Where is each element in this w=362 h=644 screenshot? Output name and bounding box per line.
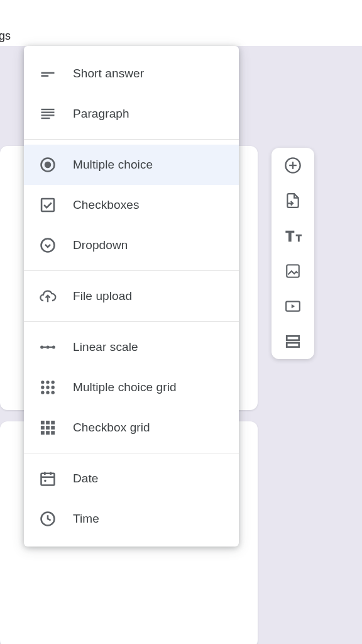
date-icon	[39, 470, 57, 487]
svg-point-47	[44, 480, 47, 482]
plus-circle-icon	[284, 157, 302, 174]
menu-label: Checkbox grid	[73, 421, 150, 435]
svg-rect-38	[46, 426, 50, 430]
menu-label: Linear scale	[73, 340, 138, 354]
add-video-button[interactable]	[284, 297, 302, 315]
menu-divider	[24, 270, 239, 271]
svg-rect-10	[41, 75, 49, 77]
dropdown-icon	[39, 236, 57, 254]
svg-rect-11	[41, 109, 55, 110]
menu-divider	[24, 321, 239, 322]
text-tt-icon	[284, 227, 302, 245]
svg-rect-13	[41, 114, 55, 116]
menu-group-upload: File upload	[24, 276, 239, 316]
svg-point-27	[51, 380, 54, 384]
radio-icon	[39, 156, 57, 174]
menu-label: Date	[73, 472, 99, 486]
menu-label: Checkboxes	[73, 198, 140, 212]
add-section-button[interactable]	[284, 333, 302, 350]
svg-rect-12	[41, 112, 55, 113]
linear-scale-icon	[39, 338, 57, 356]
short-answer-icon	[39, 65, 57, 82]
header-bar: gs	[0, 0, 362, 46]
menu-item-dropdown[interactable]: Dropdown	[24, 225, 239, 265]
svg-point-16	[45, 162, 52, 169]
menu-item-file-upload[interactable]: File upload	[24, 276, 239, 316]
menu-item-paragraph[interactable]: Paragraph	[24, 94, 239, 134]
menu-label: File upload	[73, 289, 132, 303]
svg-rect-14	[41, 118, 50, 119]
svg-point-33	[51, 391, 54, 394]
menu-label: Dropdown	[73, 238, 128, 252]
svg-rect-41	[46, 431, 50, 435]
menu-item-time[interactable]: Time	[24, 499, 239, 539]
svg-point-28	[41, 386, 44, 389]
menu-divider	[24, 139, 239, 140]
import-questions-button[interactable]	[284, 192, 302, 209]
svg-point-25	[41, 380, 44, 384]
svg-point-26	[46, 380, 49, 384]
menu-label: Time	[73, 512, 99, 526]
menu-group-grid: Linear scale Multiple choice grid Checkb…	[24, 327, 239, 448]
svg-marker-6	[292, 304, 295, 309]
menu-group-datetime: Date Time	[24, 458, 239, 539]
dot-grid-icon	[39, 379, 57, 396]
svg-rect-36	[51, 421, 55, 425]
add-image-button[interactable]	[284, 262, 302, 280]
svg-rect-23	[48, 347, 52, 348]
checkbox-icon	[39, 196, 57, 214]
menu-item-date[interactable]: Date	[24, 458, 239, 499]
svg-point-24	[52, 345, 55, 348]
menu-label: Multiple choice grid	[73, 380, 177, 394]
svg-point-18	[41, 239, 55, 252]
menu-item-linear-scale[interactable]: Linear scale	[24, 327, 239, 367]
add-question-button[interactable]	[284, 157, 302, 174]
svg-rect-42	[51, 431, 55, 435]
menu-group-choice: Multiple choice Checkboxes Dropdown	[24, 145, 239, 265]
question-type-dropdown: Short answer Paragraph Multiple choice C…	[24, 46, 239, 547]
menu-label: Short answer	[73, 67, 144, 80]
upload-icon	[39, 287, 57, 305]
svg-rect-9	[41, 72, 55, 74]
svg-point-29	[46, 386, 49, 389]
svg-rect-43	[41, 474, 55, 486]
svg-rect-21	[43, 347, 47, 348]
menu-item-multiple-choice[interactable]: Multiple choice	[24, 145, 239, 185]
svg-rect-4	[287, 265, 299, 277]
time-icon	[39, 510, 57, 528]
add-title-button[interactable]	[284, 227, 302, 245]
svg-rect-17	[41, 199, 54, 211]
image-icon	[285, 263, 301, 279]
menu-label: Multiple choice	[73, 158, 153, 172]
side-toolbar	[272, 148, 314, 359]
svg-rect-8	[287, 343, 299, 347]
svg-point-31	[41, 391, 44, 394]
svg-rect-37	[41, 426, 45, 430]
paragraph-icon	[39, 105, 57, 123]
menu-divider	[24, 453, 239, 453]
svg-rect-34	[41, 421, 45, 425]
square-grid-icon	[39, 419, 57, 436]
svg-rect-39	[51, 426, 55, 430]
header-partial-text: gs	[0, 30, 11, 43]
menu-label: Paragraph	[73, 107, 129, 121]
svg-point-30	[51, 386, 54, 389]
menu-item-mc-grid[interactable]: Multiple choice grid	[24, 367, 239, 408]
svg-point-32	[46, 391, 49, 394]
video-icon	[284, 298, 302, 314]
menu-item-short-answer[interactable]: Short answer	[24, 53, 239, 94]
menu-item-checkbox-grid[interactable]: Checkbox grid	[24, 408, 239, 448]
svg-rect-7	[287, 336, 299, 340]
svg-rect-35	[46, 421, 50, 425]
section-icon	[285, 333, 301, 350]
menu-group-text: Short answer Paragraph	[24, 53, 239, 134]
svg-rect-40	[41, 431, 45, 435]
menu-item-checkboxes[interactable]: Checkboxes	[24, 185, 239, 225]
import-doc-icon	[285, 192, 301, 209]
